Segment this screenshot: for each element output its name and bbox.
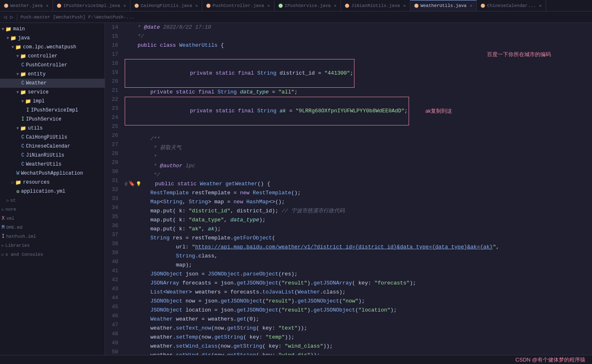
tab-weather[interactable]: Weather.java ✕	[0, 0, 53, 11]
folder-icon-entity: 📁	[20, 71, 26, 77]
tab-icon-weatherutils	[414, 4, 418, 8]
sidebar-item-ipushserviceimpl[interactable]: I IPushServiceImpl	[0, 106, 105, 115]
sidebar-item-com[interactable]: ▼ 📁 com.lpc.wechatpush	[0, 43, 105, 52]
code-text-46: weather.setWind_dir(now.getString( key: …	[125, 351, 320, 355]
code-line-45: weather.setWind_class(now.getString( key…	[121, 342, 592, 351]
sidebar-label-resources: resources	[23, 180, 50, 185]
sidebar-item-chinesecal[interactable]: C ChineseCalendar	[0, 142, 105, 151]
sidebar-label-chinesecal: ChineseCalendar	[26, 143, 70, 149]
sidebar-item-pushcontroller[interactable]: C PushController	[0, 61, 105, 70]
close-icon-2[interactable]: ✕	[123, 3, 126, 8]
sidebar-item-jinian[interactable]: C JiNianRiUtils	[0, 151, 105, 160]
sidebar-label-st: st	[10, 198, 16, 203]
sidebar-item-ipushservice[interactable]: I IPushService	[0, 115, 105, 124]
ln-15: 15	[108, 32, 118, 41]
sidebar-item-java[interactable]: ▼ 📁 java	[0, 34, 105, 43]
code-text-45: weather.setWind_class(now.getString( key…	[125, 342, 333, 351]
code-text-33: String res = restTemplate.getForObject(	[125, 234, 275, 243]
redbox-18: private static final String district_id …	[125, 59, 354, 88]
sidebar-item-libraries[interactable]: ▷ Libraries	[0, 241, 105, 250]
tab-chinese[interactable]: ChineseCalendar... ✕	[477, 0, 546, 11]
code-text-34: url: "https://api.map.baidu.com/weather/…	[125, 243, 499, 252]
arrow-impl: ▼	[21, 99, 24, 104]
tab-icon-chinese	[481, 4, 485, 8]
sidebar-item-utils-folder[interactable]: ▼ 📁 utils	[0, 124, 105, 133]
ln-16: 16	[108, 41, 118, 50]
code-line-20: private static final String ak = "9LRRg6…	[121, 97, 592, 125]
code-line-43: weather.setText_now(now.getString( key: …	[121, 324, 592, 333]
close-icon-3[interactable]: ✕	[195, 3, 198, 8]
sidebar-item-readme[interactable]: M DME.md	[0, 223, 105, 232]
code-text-25: * @author lpc	[125, 162, 195, 171]
ln-23: 23	[108, 104, 118, 113]
close-icon-4[interactable]: ✕	[267, 3, 270, 8]
sidebar-item-st[interactable]: ▷ st	[0, 196, 105, 205]
line-numbers: 14 15 16 17 18 19 20 21 22 23 24 25 26 2…	[105, 23, 121, 355]
code-lines: * @date 2022/8/22 17:10 */ public class …	[121, 23, 592, 355]
tab-icon-weather	[4, 4, 8, 8]
sidebar-item-xml[interactable]: X xml	[0, 214, 105, 223]
arrow-main: ▼	[2, 27, 4, 32]
sidebar-item-consoles[interactable]: ▷ s and Consoles	[0, 250, 105, 259]
code-text-18: private static final String district_id …	[165, 70, 353, 76]
code-text-41: JSONObject location = json.getJSONObject…	[125, 306, 397, 315]
sidebar-item-service-folder[interactable]: ▼ 📁 service	[0, 88, 105, 97]
gutter-bookmark-27[interactable]: 🔖	[128, 180, 135, 189]
class-icon-wechatpushapp: W	[16, 171, 19, 176]
gutter-warning-27[interactable]: 💡	[136, 180, 142, 189]
arrow-consoles: ▷	[2, 252, 4, 257]
sidebar-item-wechatpushapp[interactable]: W WechatPushApplication	[0, 169, 105, 178]
code-text-24: *	[125, 152, 157, 162]
sidebar-label-entity: entity	[28, 71, 46, 77]
sidebar-label-impl: impl	[33, 98, 45, 104]
tab-jinian[interactable]: JiNianRiUtils.java ✕	[341, 0, 410, 11]
close-icon[interactable]: ✕	[46, 3, 48, 8]
code-line-24: *	[121, 152, 592, 162]
code-text-37: JSONObject json = JSONObject.parseObject…	[125, 270, 297, 279]
sidebar-item-caihong[interactable]: C CaiHongPiUtils	[0, 133, 105, 142]
ln-39: 39	[108, 248, 118, 257]
sidebar-item-weather[interactable]: C Weather	[0, 79, 105, 88]
ln-49: 49	[108, 339, 118, 348]
code-line-16: public class WeatherUtils {	[121, 41, 592, 50]
code-line-25: * @author lpc	[121, 162, 592, 171]
tab-ipushservice[interactable]: IPushService.java ✕	[274, 0, 341, 11]
sidebar-item-appyml[interactable]: ⚙ application.yml	[0, 187, 105, 196]
sidebar-item-iml[interactable]: I hatPush.iml	[0, 232, 105, 241]
sidebar-label-ipushservice: IPushService	[26, 116, 61, 122]
tab-weatherutils[interactable]: WeatherUtils.java ✕	[410, 0, 477, 11]
tab-icon-jinian	[345, 4, 349, 8]
code-content[interactable]: 14 15 16 17 18 19 20 21 22 23 24 25 26 2…	[105, 23, 592, 355]
arrow-com: ▼	[11, 45, 14, 50]
ln-27: 27	[108, 140, 118, 149]
sidebar-item-entity-folder[interactable]: ▼ 📁 entity	[0, 70, 105, 79]
code-line-19: private static final String data_type = …	[121, 88, 592, 97]
sidebar-item-controller-folder[interactable]: ▼ 📁 controller	[0, 52, 105, 61]
csdn-watermark: CSDN @有个健体梦的程序猿	[515, 356, 585, 364]
sidebar-item-weatherutils[interactable]: C WeatherUtils	[0, 160, 105, 169]
tab-caihong[interactable]: CaiHongPiUtils.java ✕	[130, 0, 202, 11]
arrow-controller: ▼	[16, 54, 19, 59]
forward-icon[interactable]: ▷	[10, 14, 13, 20]
ln-32: 32	[108, 185, 118, 194]
close-icon-6[interactable]: ✕	[403, 3, 406, 8]
close-icon-8[interactable]: ✕	[539, 3, 542, 8]
arrow-utils: ▼	[16, 126, 19, 131]
ln-41: 41	[108, 266, 118, 275]
sidebar-item-main[interactable]: ▼ 📁 main	[0, 25, 105, 34]
sidebar-label-pushcontroller: PushController	[26, 62, 67, 68]
folder-icon-service: 📁	[20, 89, 26, 96]
sidebar-item-impl-folder[interactable]: ▼ 📁 impl	[0, 97, 105, 106]
sidebar-item-resources[interactable]: ▷ 📁 resources	[0, 178, 105, 187]
tab-ipushserviceimpl[interactable]: IPushServiceImpl.java ✕	[53, 0, 130, 11]
code-text-16: public class WeatherUtils {	[125, 41, 224, 50]
arrow-entity: ▼	[16, 72, 19, 77]
tab-pushcontroller[interactable]: PushController.java ✕	[202, 0, 274, 11]
code-line-30: map.put( k: "district_id", district_id);…	[121, 207, 592, 216]
close-icon-7[interactable]: ✕	[470, 3, 472, 8]
code-line-35: String.class,	[121, 252, 592, 261]
ln-29: 29	[108, 158, 118, 167]
close-icon-5[interactable]: ✕	[334, 3, 336, 8]
sidebar-item-nore[interactable]: ▷ nore	[0, 205, 105, 214]
back-icon[interactable]: ◁	[3, 14, 7, 20]
